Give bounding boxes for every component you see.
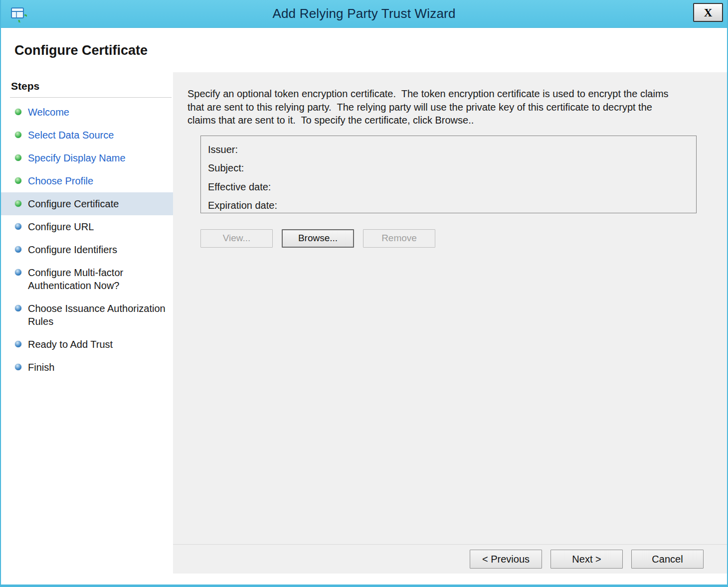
steps-sidebar: Steps Welcome Select Data Source Specify…	[1, 72, 173, 585]
description-text: Specify an optional token encryption cer…	[187, 87, 682, 127]
step-configure-url: Configure URL	[1, 215, 173, 238]
steps-heading: Steps	[1, 79, 173, 97]
step-upcoming-icon	[15, 341, 21, 347]
wizard-window: Add Relying Party Trust Wizard X Configu…	[0, 0, 728, 587]
previous-button[interactable]: < Previous	[470, 550, 542, 569]
step-completed-icon	[15, 154, 21, 161]
wizard-navigation: < Previous Next > Cancel	[173, 545, 727, 574]
step-configure-multi-factor-authentication: Configure Multi-factor Authentication No…	[1, 261, 173, 297]
step-ready-to-add-trust: Ready to Add Trust	[1, 333, 173, 356]
certificate-effective-date-label: Effective date:	[208, 178, 696, 197]
certificate-expiration-date-label: Expiration date:	[208, 196, 696, 215]
step-upcoming-icon	[15, 269, 21, 276]
steps-divider	[10, 97, 172, 98]
bottom-strip	[173, 574, 727, 585]
steps-list: Welcome Select Data Source Specify Displ…	[1, 101, 173, 379]
step-upcoming-icon	[15, 223, 21, 230]
certificate-issuer-label: Issuer:	[208, 141, 696, 159]
next-button[interactable]: Next >	[550, 550, 623, 569]
certificate-details-box: Issuer: Subject: Effective date: Expirat…	[200, 136, 697, 213]
titlebar: Add Relying Party Trust Wizard X	[1, 0, 727, 28]
step-completed-icon	[15, 109, 21, 115]
step-choose-issuance-authorization-rules: Choose Issuance Authorization Rules	[1, 297, 173, 333]
step-configure-certificate: Configure Certificate	[1, 192, 173, 215]
close-button[interactable]: X	[693, 3, 723, 22]
cancel-button[interactable]: Cancel	[631, 550, 704, 569]
step-current-icon	[15, 200, 21, 207]
step-upcoming-icon	[15, 364, 21, 370]
spacer	[173, 248, 727, 545]
view-button: View...	[200, 229, 273, 248]
content-pane: Specify an optional token encryption cer…	[173, 72, 727, 585]
step-completed-icon	[15, 132, 21, 138]
certificate-subject-label: Subject:	[208, 159, 696, 178]
step-welcome[interactable]: Welcome	[1, 101, 173, 124]
browse-button[interactable]: Browse...	[282, 229, 354, 248]
step-upcoming-icon	[15, 246, 21, 253]
page-header: Configure Certificate	[1, 28, 727, 72]
wizard-icon	[10, 5, 27, 22]
remove-button: Remove	[363, 229, 435, 248]
step-choose-profile[interactable]: Choose Profile	[1, 169, 173, 192]
step-configure-identifiers: Configure Identifiers	[1, 238, 173, 261]
window-title: Add Relying Party Trust Wizard	[1, 6, 727, 21]
step-finish: Finish	[1, 356, 173, 379]
step-select-data-source[interactable]: Select Data Source	[1, 124, 173, 147]
step-specify-display-name[interactable]: Specify Display Name	[1, 147, 173, 169]
certificate-actions: View... Browse... Remove	[200, 229, 727, 248]
page-title: Configure Certificate	[14, 43, 727, 58]
step-upcoming-icon	[15, 305, 21, 311]
step-completed-icon	[15, 177, 21, 184]
